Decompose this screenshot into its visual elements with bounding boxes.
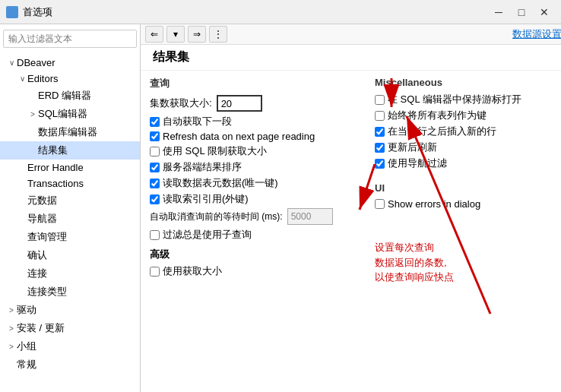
timeout-input[interactable] xyxy=(287,208,333,225)
tree-text-results: 结果集 xyxy=(38,144,68,157)
use-sql-limit-label: 使用 SQL 限制获取大小 xyxy=(163,144,267,158)
tree-item-metadata[interactable]: 元数据 xyxy=(0,191,140,210)
auto-fetch-checkbox[interactable] xyxy=(150,117,160,127)
server-sort-checkbox[interactable] xyxy=(150,163,160,172)
refresh-after-checkbox[interactable] xyxy=(375,143,385,153)
tree-text-install-update: 安装 / 更新 xyxy=(17,321,65,335)
new-row-label: 在当前行之后插入新的行 xyxy=(388,125,496,138)
tree-text-db-editor: 数据库编辑器 xyxy=(38,125,97,139)
minimize-button[interactable]: ─ xyxy=(488,4,509,21)
tree-item-confirm[interactable]: 确认 xyxy=(0,246,140,264)
title-bar: 首选项 ─ □ ✕ xyxy=(0,0,561,24)
tree-item-drivers[interactable]: >驱动 xyxy=(0,301,140,319)
search-input[interactable] xyxy=(3,30,137,48)
row-as-key-checkbox[interactable] xyxy=(375,111,385,121)
datasource-link[interactable]: 数据源设置 xyxy=(512,27,561,41)
use-fetch-size-checkbox[interactable] xyxy=(150,267,160,277)
use-fetch-size-label: 使用获取大小 xyxy=(163,264,222,278)
fetch-size-label: 集数获取大小: xyxy=(150,96,212,110)
new-row-checkbox[interactable] xyxy=(375,127,385,137)
tree-arrow-dbeaver: ∨ xyxy=(6,58,17,67)
tree-item-results[interactable]: 结果集 xyxy=(0,141,140,160)
timeout-label: 自动取消查询前的等待时间 (ms): xyxy=(150,210,283,223)
tree-text-group: 小组 xyxy=(17,340,36,353)
tree-text-dbeaver: DBeaver xyxy=(17,57,55,68)
tree-container: ∨DBeaver∨EditorsERD 编辑器>SQL编辑器数据库编辑器结果集E… xyxy=(0,53,140,375)
panel-toolbar: ⇐ ▾ ⇒ ⋮ 数据源设置 xyxy=(141,24,561,45)
filter-subquery-label: 过滤总是使用子查询 xyxy=(163,228,252,242)
tree-text-connect-type: 连接类型 xyxy=(27,285,67,299)
title-bar-text: 首选项 xyxy=(23,5,488,19)
tree-item-general[interactable]: 常规 xyxy=(0,356,140,374)
refresh-after-label: 更新后刷新 xyxy=(388,141,437,154)
tree-text-drivers: 驱动 xyxy=(17,303,36,317)
tree-arrow-sql-editor: > xyxy=(27,110,38,119)
tree-text-query-mgr: 查询管理 xyxy=(27,230,67,244)
filter-subquery-row: 过滤总是使用子查询 xyxy=(150,228,363,242)
row-as-key-label: 始终将所有表列作为键 xyxy=(388,109,487,122)
sidebar: ∨DBeaver∨EditorsERD 编辑器>SQL编辑器数据库编辑器结果集E… xyxy=(0,24,141,392)
tree-text-general: 常规 xyxy=(17,358,36,371)
forward-button[interactable]: ⇒ xyxy=(188,26,206,43)
query-section: 查询 集数获取大小: 自动获取下一段 Refresh data on next … xyxy=(150,77,363,386)
use-fetch-size-row: 使用获取大小 xyxy=(150,264,363,278)
filter-subquery-checkbox[interactable] xyxy=(150,230,160,240)
tree-arrow-editors: ∨ xyxy=(17,74,27,83)
tree-item-erd[interactable]: ERD 编辑器 xyxy=(0,87,140,105)
tree-item-install-update[interactable]: >安装 / 更新 xyxy=(0,319,140,337)
refresh-after-row: 更新后刷新 xyxy=(375,141,557,154)
more-button[interactable]: ⋮ xyxy=(209,26,227,43)
fetch-size-input[interactable] xyxy=(217,95,262,112)
read-metadata-checkbox[interactable] xyxy=(150,179,160,188)
misc-section-title: Miscellaneous xyxy=(375,77,557,88)
tree-item-connect[interactable]: 连接 xyxy=(0,264,140,283)
server-sort-label: 服务器端结果排序 xyxy=(163,160,242,174)
tree-arrow-install-update: > xyxy=(6,324,17,333)
tree-item-query-mgr[interactable]: 查询管理 xyxy=(0,228,140,246)
close-button[interactable]: ✕ xyxy=(534,4,555,21)
keep-cursor-row: 在 SQL 编辑器中保持游标打开 xyxy=(375,93,557,106)
use-sql-limit-checkbox[interactable] xyxy=(150,147,160,156)
svg-line-1 xyxy=(360,164,375,210)
auto-fetch-label: 自动获取下一段 xyxy=(163,115,232,128)
annotation-text: 设置每次查询 数据返回的条数, 以使查询响应快点 xyxy=(375,240,557,285)
refresh-data-label: Refresh data on next page reading xyxy=(163,131,315,142)
read-refs-checkbox[interactable] xyxy=(150,194,160,204)
misc-section: Miscellaneous 在 SQL 编辑器中保持游标打开 始终将所有表列作为… xyxy=(375,77,557,386)
tree-item-navigator[interactable]: 导航器 xyxy=(0,210,140,228)
row-as-key-row: 始终将所有表列作为键 xyxy=(375,109,557,122)
use-sql-limit-row: 使用 SQL 限制获取大小 xyxy=(150,144,363,158)
maximize-button[interactable]: □ xyxy=(511,4,532,21)
refresh-data-row: Refresh data on next page reading xyxy=(150,131,363,142)
tree-text-error-handle: Error Handle xyxy=(27,162,84,173)
tree-item-group[interactable]: >小组 xyxy=(0,337,140,356)
query-section-title: 查询 xyxy=(150,77,363,90)
dropdown-button[interactable]: ▾ xyxy=(166,26,185,43)
tree-text-confirm: 确认 xyxy=(27,248,47,262)
panel-title: 结果集 xyxy=(141,45,561,71)
tree-text-erd: ERD 编辑器 xyxy=(38,89,91,103)
advanced-section-title: 高级 xyxy=(150,248,363,261)
read-refs-label: 读取索引引用(外键) xyxy=(163,192,249,206)
tree-item-dbeaver[interactable]: ∨DBeaver xyxy=(0,55,140,71)
tree-text-connect: 连接 xyxy=(27,267,47,280)
panel-content: 查询 集数获取大小: 自动获取下一段 Refresh data on next … xyxy=(141,71,561,392)
annotation-container: 设置每次查询 数据返回的条数, 以使查询响应快点 xyxy=(375,240,557,285)
tree-item-transactions[interactable]: Transactions xyxy=(0,175,140,191)
tree-item-db-editor[interactable]: 数据库编辑器 xyxy=(0,123,140,141)
tree-item-error-handle[interactable]: Error Handle xyxy=(0,160,140,175)
tree-item-sql-editor[interactable]: >SQL编辑器 xyxy=(0,105,140,123)
keep-cursor-checkbox[interactable] xyxy=(375,95,385,105)
tree-arrow-group: > xyxy=(6,343,17,351)
tree-item-connect-type[interactable]: 连接类型 xyxy=(0,283,140,301)
main-layout: ∨DBeaver∨EditorsERD 编辑器>SQL编辑器数据库编辑器结果集E… xyxy=(0,24,561,392)
refresh-data-checkbox[interactable] xyxy=(150,131,160,141)
back-button[interactable]: ⇐ xyxy=(145,26,163,43)
tree-text-sql-editor: SQL编辑器 xyxy=(38,107,87,121)
tree-text-navigator: 导航器 xyxy=(27,212,57,226)
window-controls: ─ □ ✕ xyxy=(488,4,555,21)
fetch-size-row: 集数获取大小: xyxy=(150,95,363,112)
keep-cursor-label: 在 SQL 编辑器中保持游标打开 xyxy=(388,93,521,106)
tree-text-editors: Editors xyxy=(27,73,58,84)
tree-item-editors[interactable]: ∨Editors xyxy=(0,71,140,87)
